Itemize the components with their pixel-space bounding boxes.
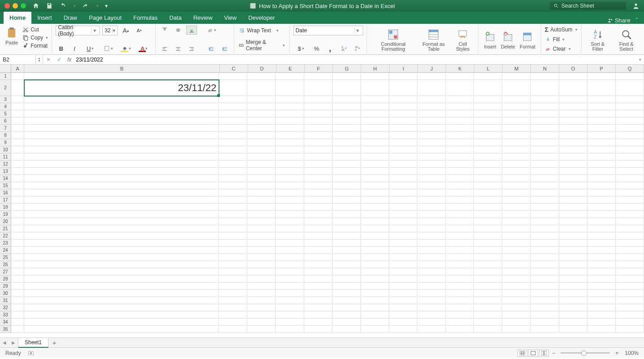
- row-header[interactable]: 11: [0, 153, 11, 161]
- cell[interactable]: [616, 168, 644, 175]
- cell[interactable]: [587, 146, 616, 153]
- cell[interactable]: [333, 73, 361, 80]
- column-header[interactable]: D: [248, 65, 276, 72]
- cell[interactable]: [304, 139, 333, 146]
- cell[interactable]: [247, 125, 276, 132]
- cell[interactable]: [559, 204, 587, 211]
- cell[interactable]: [446, 211, 474, 218]
- cell[interactable]: [616, 139, 644, 146]
- cell[interactable]: [304, 197, 333, 204]
- sort-filter-button[interactable]: AZSort & Filter: [585, 27, 611, 52]
- cell[interactable]: [616, 146, 644, 153]
- cell[interactable]: [11, 204, 24, 211]
- decrease-font-button[interactable]: A▾: [134, 26, 145, 35]
- cell[interactable]: [361, 247, 389, 254]
- cell[interactable]: [502, 182, 530, 189]
- copy-button[interactable]: Copy▾: [22, 34, 48, 42]
- cell[interactable]: [304, 175, 333, 182]
- cell[interactable]: [616, 118, 644, 125]
- cell[interactable]: [446, 311, 474, 319]
- cell[interactable]: [24, 197, 219, 204]
- cell[interactable]: [559, 73, 587, 80]
- cell[interactable]: [276, 225, 304, 232]
- cell[interactable]: [361, 204, 389, 211]
- cell[interactable]: [417, 319, 446, 326]
- cell[interactable]: [446, 290, 474, 297]
- cell[interactable]: [446, 189, 474, 197]
- cell[interactable]: [587, 153, 616, 161]
- cell[interactable]: [502, 225, 530, 232]
- cell[interactable]: [559, 125, 587, 132]
- cell[interactable]: [333, 311, 361, 319]
- cell[interactable]: [276, 80, 304, 96]
- cell[interactable]: [11, 268, 24, 276]
- cell[interactable]: [502, 118, 530, 125]
- cell[interactable]: [531, 118, 559, 125]
- cell[interactable]: [333, 182, 361, 189]
- cell[interactable]: [389, 261, 417, 268]
- cell[interactable]: [11, 197, 24, 204]
- cell[interactable]: [502, 189, 530, 197]
- cell[interactable]: [247, 182, 276, 189]
- cell[interactable]: [304, 326, 333, 333]
- search-sheet-box[interactable]: Search Sheet: [550, 2, 626, 10]
- cell[interactable]: [502, 103, 530, 110]
- column-header[interactable]: F: [305, 65, 333, 72]
- cell[interactable]: [446, 283, 474, 290]
- cell[interactable]: [24, 73, 219, 80]
- cell[interactable]: [474, 197, 502, 204]
- row-header[interactable]: 21: [0, 225, 11, 232]
- cell[interactable]: [474, 80, 502, 96]
- cell[interactable]: [417, 73, 446, 80]
- cell[interactable]: [247, 73, 276, 80]
- cell[interactable]: [333, 103, 361, 110]
- cell[interactable]: [474, 261, 502, 268]
- tab-home[interactable]: Home: [4, 12, 31, 24]
- row-header[interactable]: 7: [0, 125, 11, 132]
- cell[interactable]: [389, 319, 417, 326]
- cell[interactable]: [559, 168, 587, 175]
- cell[interactable]: [389, 96, 417, 103]
- cell[interactable]: [304, 247, 333, 254]
- align-right-button[interactable]: [186, 44, 197, 53]
- cell[interactable]: [333, 225, 361, 232]
- cell[interactable]: [474, 326, 502, 333]
- cell[interactable]: [247, 146, 276, 153]
- cell-styles-button[interactable]: Cell Styles: [451, 27, 474, 52]
- cell[interactable]: [502, 125, 530, 132]
- cell[interactable]: [616, 276, 644, 283]
- cell[interactable]: [502, 254, 530, 261]
- cell[interactable]: [417, 80, 446, 96]
- cell[interactable]: [587, 290, 616, 297]
- cell[interactable]: [361, 254, 389, 261]
- cell[interactable]: [333, 189, 361, 197]
- cell[interactable]: [502, 146, 530, 153]
- cell[interactable]: [304, 276, 333, 283]
- row-header[interactable]: 3: [0, 96, 11, 103]
- cell[interactable]: [304, 96, 333, 103]
- cell[interactable]: [276, 189, 304, 197]
- cell[interactable]: [276, 283, 304, 290]
- cell[interactable]: [247, 326, 276, 333]
- zoom-out-button[interactable]: −: [549, 350, 558, 356]
- cell[interactable]: [559, 304, 587, 311]
- cell[interactable]: [417, 218, 446, 225]
- cell[interactable]: [446, 110, 474, 118]
- increase-decimal-button[interactable]: .0.00: [338, 44, 349, 53]
- cell[interactable]: [559, 153, 587, 161]
- cell[interactable]: [389, 197, 417, 204]
- cell[interactable]: [276, 268, 304, 276]
- tab-developer[interactable]: Developer: [242, 12, 280, 24]
- cell[interactable]: [616, 175, 644, 182]
- cell[interactable]: [11, 311, 24, 319]
- cell[interactable]: [361, 153, 389, 161]
- cell[interactable]: [531, 225, 559, 232]
- cell[interactable]: [531, 218, 559, 225]
- decrease-indent-button[interactable]: [206, 44, 217, 53]
- column-header[interactable]: C: [220, 65, 248, 72]
- cell[interactable]: [24, 311, 219, 319]
- redo-icon[interactable]: [82, 2, 89, 9]
- cell[interactable]: [616, 247, 644, 254]
- row-header[interactable]: 34: [0, 319, 11, 326]
- cell[interactable]: [616, 311, 644, 319]
